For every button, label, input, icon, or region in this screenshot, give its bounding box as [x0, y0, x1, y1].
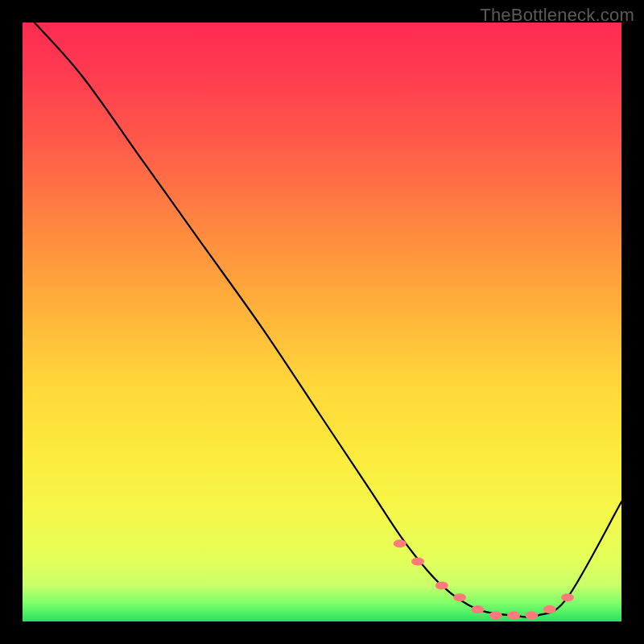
bottleneck-dot	[489, 612, 502, 620]
plot-area	[23, 23, 621, 621]
bottleneck-dot	[411, 558, 424, 566]
dots-layer	[394, 539, 574, 619]
bottleneck-dot	[436, 581, 448, 589]
bottleneck-dot	[561, 593, 574, 601]
curve-layer	[35, 23, 621, 617]
bottleneck-dot	[525, 612, 538, 620]
bottleneck-dot	[543, 605, 556, 613]
bottleneck-dot	[453, 593, 466, 601]
chart-frame: TheBottleneck.com	[0, 0, 644, 644]
bottleneck-dot	[394, 539, 407, 547]
bottleneck-dot	[507, 612, 520, 620]
chart-svg	[23, 23, 621, 621]
bottleneck-dot	[471, 605, 484, 613]
bottleneck-curve	[35, 23, 621, 617]
